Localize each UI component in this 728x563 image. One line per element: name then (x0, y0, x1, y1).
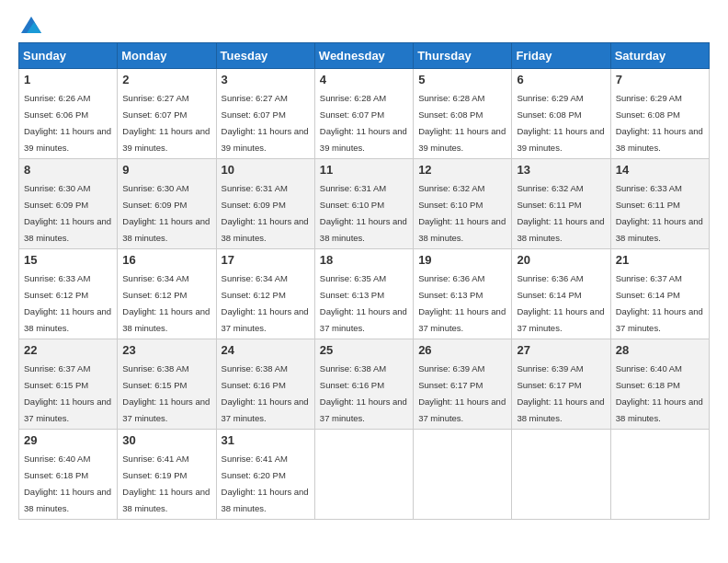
calendar-cell: 8 Sunrise: 6:30 AMSunset: 6:09 PMDayligh… (19, 159, 118, 249)
day-info: Sunrise: 6:29 AMSunset: 6:08 PMDaylight:… (517, 93, 604, 153)
day-number: 15 (24, 253, 112, 267)
calendar-day-header: Sunday (19, 43, 118, 69)
day-info: Sunrise: 6:30 AMSunset: 6:09 PMDaylight:… (24, 183, 111, 243)
day-number: 1 (24, 73, 112, 86)
calendar-cell: 25 Sunrise: 6:38 AMSunset: 6:16 PMDaylig… (314, 339, 413, 430)
day-info: Sunrise: 6:37 AMSunset: 6:15 PMDaylight:… (24, 363, 111, 423)
day-number: 25 (320, 343, 408, 357)
day-number: 10 (222, 163, 310, 177)
calendar-cell: 20 Sunrise: 6:36 AMSunset: 6:14 PMDaylig… (512, 249, 610, 339)
calendar-cell: 6 Sunrise: 6:29 AMSunset: 6:08 PMDayligh… (512, 69, 610, 159)
day-number: 30 (122, 433, 210, 447)
calendar-cell (512, 430, 610, 520)
day-number: 28 (616, 343, 704, 357)
calendar-cell: 27 Sunrise: 6:39 AMSunset: 6:17 PMDaylig… (512, 339, 610, 430)
day-info: Sunrise: 6:32 AMSunset: 6:10 PMDaylight:… (418, 183, 506, 243)
day-number: 9 (122, 163, 210, 177)
day-number: 24 (222, 343, 310, 357)
day-number: 16 (122, 253, 210, 267)
day-info: Sunrise: 6:40 AMSunset: 6:18 PMDaylight:… (24, 454, 111, 513)
day-number: 31 (222, 433, 310, 447)
day-number: 4 (320, 73, 408, 86)
day-info: Sunrise: 6:38 AMSunset: 6:16 PMDaylight:… (320, 363, 407, 423)
calendar-cell: 14 Sunrise: 6:33 AMSunset: 6:11 PMDaylig… (610, 159, 709, 249)
day-info: Sunrise: 6:34 AMSunset: 6:12 PMDaylight:… (222, 273, 309, 333)
day-info: Sunrise: 6:38 AMSunset: 6:15 PMDaylight:… (122, 363, 210, 423)
day-number: 26 (418, 343, 506, 357)
day-info: Sunrise: 6:39 AMSunset: 6:17 PMDaylight:… (418, 363, 506, 423)
calendar-day-header: Monday (118, 43, 216, 69)
calendar-cell: 11 Sunrise: 6:31 AMSunset: 6:10 PMDaylig… (314, 159, 413, 249)
day-number: 11 (320, 163, 408, 177)
day-info: Sunrise: 6:26 AMSunset: 6:06 PMDaylight:… (24, 93, 111, 153)
calendar-cell: 31 Sunrise: 6:41 AMSunset: 6:20 PMDaylig… (216, 430, 314, 520)
day-number: 27 (517, 343, 605, 357)
calendar-cell: 7 Sunrise: 6:29 AMSunset: 6:08 PMDayligh… (610, 69, 709, 159)
calendar-cell: 5 Sunrise: 6:28 AMSunset: 6:08 PMDayligh… (414, 69, 512, 159)
logo (18, 18, 41, 33)
calendar-cell (610, 430, 709, 520)
day-number: 18 (320, 253, 408, 267)
calendar-cell: 13 Sunrise: 6:32 AMSunset: 6:11 PMDaylig… (512, 159, 610, 249)
calendar-cell: 30 Sunrise: 6:41 AMSunset: 6:19 PMDaylig… (118, 430, 216, 520)
day-number: 5 (418, 73, 506, 86)
calendar-day-header: Friday (512, 43, 610, 69)
day-info: Sunrise: 6:36 AMSunset: 6:13 PMDaylight:… (418, 273, 506, 333)
calendar-cell: 15 Sunrise: 6:33 AMSunset: 6:12 PMDaylig… (19, 249, 118, 339)
calendar-cell: 24 Sunrise: 6:38 AMSunset: 6:16 PMDaylig… (216, 339, 314, 430)
calendar-cell: 28 Sunrise: 6:40 AMSunset: 6:18 PMDaylig… (610, 339, 709, 430)
calendar-day-header: Saturday (610, 43, 709, 69)
day-info: Sunrise: 6:30 AMSunset: 6:09 PMDaylight:… (122, 183, 210, 243)
day-info: Sunrise: 6:33 AMSunset: 6:11 PMDaylight:… (616, 183, 703, 243)
day-info: Sunrise: 6:27 AMSunset: 6:07 PMDaylight:… (122, 93, 210, 153)
day-info: Sunrise: 6:41 AMSunset: 6:20 PMDaylight:… (222, 454, 309, 513)
day-number: 20 (517, 253, 605, 267)
day-info: Sunrise: 6:32 AMSunset: 6:11 PMDaylight:… (517, 183, 604, 243)
calendar-cell: 4 Sunrise: 6:28 AMSunset: 6:07 PMDayligh… (314, 69, 413, 159)
page-header (18, 18, 710, 33)
day-number: 29 (24, 433, 112, 447)
day-number: 13 (517, 163, 605, 177)
calendar-cell: 16 Sunrise: 6:34 AMSunset: 6:12 PMDaylig… (118, 249, 216, 339)
calendar-cell: 1 Sunrise: 6:26 AMSunset: 6:06 PMDayligh… (19, 69, 118, 159)
day-info: Sunrise: 6:28 AMSunset: 6:08 PMDaylight:… (418, 93, 506, 153)
day-info: Sunrise: 6:35 AMSunset: 6:13 PMDaylight:… (320, 273, 407, 333)
day-number: 12 (418, 163, 506, 177)
calendar-week-row: 8 Sunrise: 6:30 AMSunset: 6:09 PMDayligh… (19, 159, 710, 249)
day-info: Sunrise: 6:31 AMSunset: 6:10 PMDaylight:… (320, 183, 407, 243)
day-info: Sunrise: 6:36 AMSunset: 6:14 PMDaylight:… (517, 273, 604, 333)
day-number: 3 (222, 73, 310, 86)
day-info: Sunrise: 6:41 AMSunset: 6:19 PMDaylight:… (122, 454, 210, 513)
calendar-day-header: Tuesday (216, 43, 314, 69)
calendar-cell (314, 430, 413, 520)
day-info: Sunrise: 6:40 AMSunset: 6:18 PMDaylight:… (616, 363, 703, 423)
day-number: 14 (616, 163, 704, 177)
calendar-week-row: 22 Sunrise: 6:37 AMSunset: 6:15 PMDaylig… (19, 339, 710, 430)
day-info: Sunrise: 6:38 AMSunset: 6:16 PMDaylight:… (222, 363, 309, 423)
day-number: 7 (616, 73, 704, 86)
calendar-cell (414, 430, 512, 520)
calendar-day-header: Thursday (414, 43, 512, 69)
calendar-week-row: 1 Sunrise: 6:26 AMSunset: 6:06 PMDayligh… (19, 69, 710, 159)
calendar-cell: 23 Sunrise: 6:38 AMSunset: 6:15 PMDaylig… (118, 339, 216, 430)
day-number: 21 (616, 253, 704, 267)
day-info: Sunrise: 6:28 AMSunset: 6:07 PMDaylight:… (320, 93, 407, 153)
calendar-cell: 2 Sunrise: 6:27 AMSunset: 6:07 PMDayligh… (118, 69, 216, 159)
calendar-day-header: Wednesday (314, 43, 413, 69)
calendar-week-row: 29 Sunrise: 6:40 AMSunset: 6:18 PMDaylig… (19, 430, 710, 520)
calendar-cell: 18 Sunrise: 6:35 AMSunset: 6:13 PMDaylig… (314, 249, 413, 339)
day-number: 23 (122, 343, 210, 357)
day-info: Sunrise: 6:29 AMSunset: 6:08 PMDaylight:… (616, 93, 703, 153)
calendar-cell: 12 Sunrise: 6:32 AMSunset: 6:10 PMDaylig… (414, 159, 512, 249)
calendar-cell: 21 Sunrise: 6:37 AMSunset: 6:14 PMDaylig… (610, 249, 709, 339)
logo-icon (21, 17, 41, 33)
day-info: Sunrise: 6:27 AMSunset: 6:07 PMDaylight:… (222, 93, 309, 153)
calendar-cell: 9 Sunrise: 6:30 AMSunset: 6:09 PMDayligh… (118, 159, 216, 249)
day-info: Sunrise: 6:39 AMSunset: 6:17 PMDaylight:… (517, 363, 604, 423)
day-number: 8 (24, 163, 112, 177)
day-number: 22 (24, 343, 112, 357)
day-info: Sunrise: 6:33 AMSunset: 6:12 PMDaylight:… (24, 273, 111, 333)
day-number: 2 (122, 73, 210, 86)
calendar-cell: 26 Sunrise: 6:39 AMSunset: 6:17 PMDaylig… (414, 339, 512, 430)
calendar-cell: 19 Sunrise: 6:36 AMSunset: 6:13 PMDaylig… (414, 249, 512, 339)
